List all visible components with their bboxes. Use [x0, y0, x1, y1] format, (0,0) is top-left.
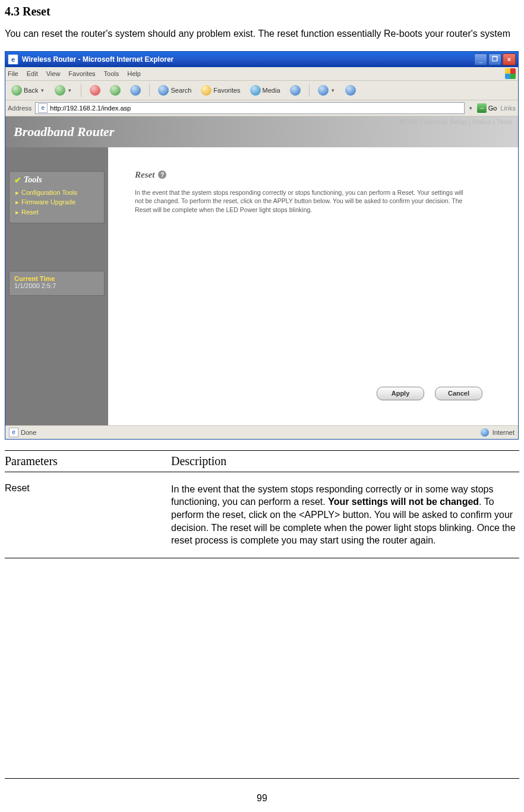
dropdown-icon: ▾ [67, 87, 72, 93]
dropdown-icon: ▾ [330, 87, 336, 93]
bullet-icon: ▸ [15, 207, 19, 217]
section-heading: 4.3 Reset [5, 5, 519, 18]
menu-tools[interactable]: Tools [104, 70, 119, 77]
sidebar-item-label: Firmware Upgrade [21, 197, 75, 207]
router-content-pane: Reset ? In the event that the system sto… [108, 147, 518, 425]
status-text: Done [21, 429, 36, 436]
address-label: Address [8, 105, 31, 112]
desc-bold: Your settings will not be changed [328, 497, 479, 507]
status-right: Internet [481, 428, 514, 437]
status-left: e Done [9, 428, 36, 437]
table-row: Reset In the event that the system stops… [5, 475, 519, 555]
go-label: Go [488, 105, 497, 112]
maximize-button[interactable]: ❐ [488, 53, 501, 65]
menu-help[interactable]: Help [127, 70, 141, 77]
go-icon: → [477, 103, 487, 113]
sidebar-tools-group: ✔ Tools ▸Configuration Tools ▸Firmware U… [9, 171, 105, 224]
links-label[interactable]: Links [500, 105, 516, 112]
menu-view[interactable]: View [46, 70, 61, 77]
refresh-button[interactable] [106, 84, 124, 97]
search-label: Search [171, 87, 191, 94]
parameter-table: Parameters Description Reset In the even… [5, 450, 519, 558]
toolbar-separator [309, 84, 310, 97]
close-button[interactable]: × [503, 53, 516, 65]
bullet-icon: ▸ [15, 197, 19, 207]
favorites-button[interactable]: Favorites [197, 84, 244, 97]
home-button[interactable] [127, 84, 144, 97]
content-title-text: Reset [135, 170, 154, 180]
go-button[interactable]: → Go [477, 103, 497, 113]
back-label: Back [24, 87, 38, 94]
print-button[interactable] [342, 84, 359, 97]
col-header-description: Description [171, 454, 519, 468]
menu-favorites[interactable]: Favorites [68, 70, 95, 77]
sidebar-group-title: ✔ Tools [14, 175, 99, 185]
sidebar-item-reset[interactable]: ▸Reset [14, 207, 99, 217]
favorites-icon [201, 85, 212, 96]
back-icon [11, 85, 22, 96]
search-button[interactable]: Search [154, 84, 195, 97]
forward-icon [55, 85, 65, 96]
status-zone: Internet [493, 429, 514, 436]
search-icon [158, 85, 169, 96]
bullet-icon: ▸ [15, 188, 19, 198]
mail-button[interactable]: ▾ [314, 84, 339, 97]
address-bar: Address e http://192.168.2.1/index.asp ▾… [5, 100, 518, 116]
address-dropdown-icon[interactable]: ▾ [468, 105, 474, 111]
col-header-parameters: Parameters [5, 454, 171, 468]
intro-paragraph: You can reset the router's system should… [5, 28, 519, 40]
router-brand: Broadband Router [14, 124, 114, 140]
page-icon: e [9, 428, 18, 437]
current-time-label: Current Time [14, 275, 99, 282]
content-text: In the event that the system stops respo… [135, 188, 468, 214]
sidebar-group-label: Tools [24, 175, 42, 185]
sidebar-item-label: Configuration Tools [21, 188, 77, 198]
router-top-links[interactable]: HOME | General Setup | Status | Tools [400, 119, 512, 125]
table-header-row: Parameters Description [5, 453, 519, 469]
print-icon [345, 85, 356, 96]
table-rule [5, 472, 519, 472]
stop-button[interactable] [86, 84, 104, 97]
address-value: http://192.168.2.1/index.asp [50, 105, 131, 112]
media-label: Media [263, 87, 280, 94]
sidebar-item-label: Reset [21, 207, 39, 217]
apply-button[interactable]: Apply [377, 387, 424, 400]
history-button[interactable] [286, 84, 304, 97]
sidebar-time-group: Current Time 1/1/2000 2:5:7 [9, 271, 105, 296]
router-body: ✔ Tools ▸Configuration Tools ▸Firmware U… [5, 147, 518, 425]
screenshot-window: e Wireless Router - Microsoft Internet E… [5, 51, 519, 440]
toolbar-separator [149, 84, 150, 97]
param-description: In the event that the system stops respo… [171, 483, 519, 547]
history-icon [290, 85, 301, 96]
page-number: 99 [0, 793, 524, 804]
sidebar-item-config-tools[interactable]: ▸Configuration Tools [14, 188, 99, 198]
mail-icon [318, 85, 329, 96]
minimize-button[interactable]: _ [474, 53, 487, 65]
check-icon: ✔ [14, 175, 21, 185]
dropdown-icon: ▾ [40, 87, 45, 93]
window-titlebar: e Wireless Router - Microsoft Internet E… [5, 52, 518, 67]
back-button[interactable]: Back ▾ [8, 84, 49, 97]
address-input[interactable]: e http://192.168.2.1/index.asp [35, 102, 464, 114]
stop-icon [90, 85, 100, 96]
router-sidebar: ✔ Tools ▸Configuration Tools ▸Firmware U… [5, 147, 108, 425]
forward-button[interactable]: ▾ [51, 84, 76, 97]
status-bar: e Done Internet [5, 425, 518, 439]
content-title: Reset ? [135, 170, 500, 180]
sidebar-item-firmware[interactable]: ▸Firmware Upgrade [14, 197, 99, 207]
favorites-label: Favorites [213, 87, 240, 94]
menu-edit[interactable]: Edit [27, 70, 38, 77]
browser-toolbar: Back ▾ ▾ Search Favorites Media [5, 81, 518, 100]
home-icon [130, 85, 141, 96]
cancel-button[interactable]: Cancel [435, 387, 482, 400]
current-time-value: 1/1/2000 2:5:7 [14, 282, 99, 289]
media-icon [250, 85, 261, 96]
help-icon[interactable]: ? [158, 170, 166, 179]
table-rule [5, 450, 519, 451]
toolbar-separator [81, 84, 81, 97]
menu-file[interactable]: File [8, 70, 18, 77]
table-rule [5, 558, 519, 558]
refresh-icon [110, 85, 121, 96]
media-button[interactable]: Media [247, 84, 284, 97]
page-bottom-rule [5, 778, 519, 779]
